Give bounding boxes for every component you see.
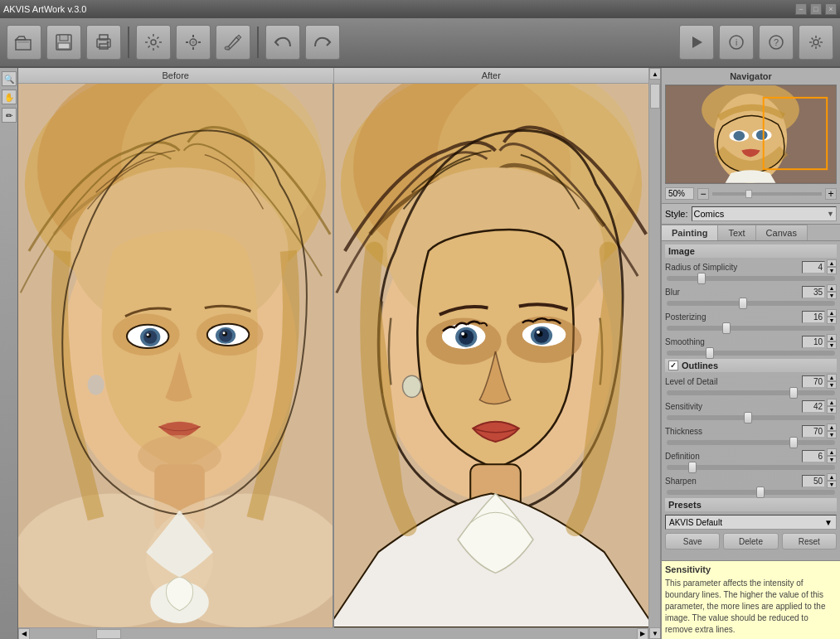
slider-lod-thumb[interactable]	[789, 387, 798, 399]
close-button[interactable]: ×	[825, 3, 837, 15]
slider-sensitivity-thumb[interactable]	[744, 412, 752, 424]
zoom-slider-thumb[interactable]	[745, 190, 752, 198]
param-poster-value[interactable]: 16	[802, 311, 825, 323]
tab-canvas[interactable]: Canvas	[756, 225, 808, 240]
param-thickness-value[interactable]: 70	[802, 425, 825, 438]
param-blur-up[interactable]: ▲	[827, 284, 837, 292]
hscroll-track[interactable]	[30, 628, 637, 640]
param-sensitivity-up[interactable]: ▲	[827, 399, 837, 406]
after-pane[interactable]	[334, 84, 648, 627]
svg-rect-3	[60, 35, 68, 41]
save-button[interactable]	[46, 25, 81, 60]
slider-sensitivity-track[interactable]	[667, 415, 835, 420]
slider-thickness-track[interactable]	[667, 440, 835, 445]
zoom-slider[interactable]	[712, 192, 822, 196]
zoom-value: 50%	[665, 187, 694, 200]
preset-select[interactable]: AKVIS Default ▼	[665, 515, 837, 530]
slider-definition-track[interactable]	[667, 465, 835, 470]
preset-reset-button[interactable]: Reset	[782, 533, 837, 549]
param-definition-up[interactable]: ▲	[827, 448, 837, 456]
slider-radius-track[interactable]	[667, 276, 835, 281]
param-blur-down[interactable]: ▼	[827, 292, 837, 299]
vscroll-thumb[interactable]	[650, 84, 660, 109]
vscroll-up-button[interactable]: ▲	[649, 68, 661, 80]
style-value: Comics	[694, 209, 725, 219]
settings2-button[interactable]	[176, 25, 211, 60]
style-select[interactable]: Comics ▼	[692, 206, 837, 221]
param-thickness-up[interactable]: ▲	[827, 424, 837, 431]
left-tool-3[interactable]: ✏	[2, 108, 17, 123]
slider-poster-thumb[interactable]	[722, 322, 731, 334]
minimize-button[interactable]: −	[795, 3, 807, 15]
hscroll-right-button[interactable]: ▶	[637, 628, 648, 640]
outlines-checkbox[interactable]: ✓	[668, 361, 678, 370]
param-poster-up[interactable]: ▲	[827, 309, 837, 317]
param-sharpen-value[interactable]: 50	[802, 475, 825, 487]
zoom-in-button[interactable]: +	[825, 188, 837, 200]
play-button[interactable]	[679, 25, 714, 60]
param-lod-down[interactable]: ▼	[827, 381, 837, 389]
param-definition-down[interactable]: ▼	[827, 456, 837, 463]
slider-smooth-thumb[interactable]	[706, 347, 714, 359]
help-button[interactable]: ?	[759, 25, 794, 60]
redo-button[interactable]	[305, 25, 340, 60]
left-tool-1[interactable]: 🔍	[2, 71, 17, 86]
slider-radius-thumb[interactable]	[697, 273, 706, 284]
hscroll-thumb[interactable]	[96, 629, 121, 639]
param-smooth-value[interactable]: 10	[802, 336, 825, 348]
left-tool-2[interactable]: ✋	[2, 90, 17, 104]
slider-thickness	[665, 440, 837, 445]
param-radius-down[interactable]: ▼	[827, 267, 837, 274]
param-smooth-down[interactable]: ▼	[827, 341, 837, 349]
outlines-section-header: ✓ Outlines	[665, 359, 837, 372]
undo-button[interactable]	[265, 25, 300, 60]
param-poster-down[interactable]: ▼	[827, 317, 837, 324]
param-sharpen-down[interactable]: ▼	[827, 481, 837, 488]
brush-button[interactable]	[216, 25, 250, 60]
slider-smooth-track[interactable]	[667, 351, 835, 356]
param-blur-value[interactable]: 35	[802, 286, 825, 298]
preset-delete-button[interactable]: Delete	[723, 533, 778, 549]
param-radius-value[interactable]: 4	[802, 261, 825, 274]
param-sensitivity-down[interactable]: ▼	[827, 406, 837, 414]
param-sharpen-up[interactable]: ▲	[827, 473, 837, 481]
vertical-scrollbar[interactable]: ▲ ▼	[648, 68, 660, 639]
canvas-inner[interactable]	[18, 84, 648, 627]
restore-button[interactable]: □	[810, 3, 822, 15]
hscroll-left-button[interactable]: ◀	[18, 628, 30, 640]
param-radius-up[interactable]: ▲	[827, 259, 837, 267]
param-smooth-up[interactable]: ▲	[827, 334, 837, 341]
horizontal-scrollbar[interactable]: ◀ ▶	[18, 627, 648, 639]
vscroll-down-button[interactable]: ▼	[649, 627, 661, 639]
slider-thickness-thumb[interactable]	[789, 437, 798, 448]
param-sensitivity-value[interactable]: 42	[802, 400, 825, 413]
info-button[interactable]: i	[719, 25, 754, 60]
slider-blur-thumb[interactable]	[739, 298, 747, 309]
param-sensitivity-label: Sensitivity	[665, 402, 800, 411]
info-section: Sensitivity This parameter affects the i…	[662, 560, 840, 639]
param-thickness-down[interactable]: ▼	[827, 431, 837, 438]
param-lod-value[interactable]: 70	[802, 375, 825, 388]
navigator-preview[interactable]	[665, 85, 837, 184]
slider-sharpen-thumb[interactable]	[756, 487, 765, 498]
param-lod-up[interactable]: ▲	[827, 374, 837, 381]
print-button[interactable]	[86, 25, 121, 60]
slider-lod-track[interactable]	[667, 390, 835, 395]
settings1-button[interactable]	[136, 25, 171, 60]
slider-definition-thumb[interactable]	[688, 462, 697, 473]
tab-painting[interactable]: Painting	[662, 225, 718, 240]
zoom-out-button[interactable]: −	[697, 188, 709, 200]
param-definition-value[interactable]: 6	[802, 450, 825, 462]
outlines-label: Outlines	[682, 361, 718, 370]
slider-blur-track[interactable]	[667, 301, 835, 306]
gear-button[interactable]	[799, 25, 833, 60]
preset-save-button[interactable]: Save	[665, 533, 720, 549]
open-button[interactable]	[7, 25, 41, 60]
slider-sharpen-track[interactable]	[667, 490, 835, 495]
params-panel: Image Radius of Simplicity 4 ▲ ▼ Blur 35	[662, 241, 840, 560]
slider-poster-track[interactable]	[667, 326, 835, 331]
vscroll-track[interactable]	[649, 80, 660, 627]
before-pane[interactable]	[18, 84, 334, 627]
tab-text[interactable]: Text	[718, 225, 755, 240]
svg-rect-4	[58, 43, 70, 49]
